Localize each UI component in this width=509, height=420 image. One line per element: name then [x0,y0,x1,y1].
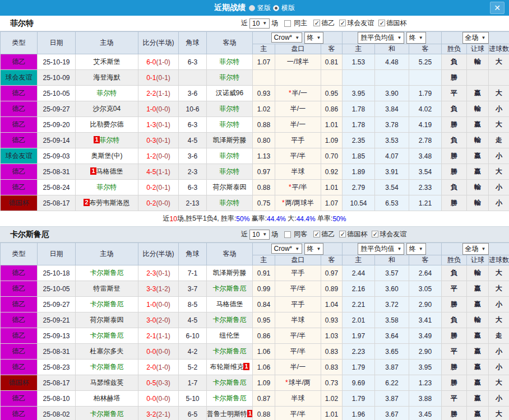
fulltime-select[interactable]: 全场▼ [462,243,489,255]
handicap-select-group: Crow*▼ 终▼ [253,32,343,44]
handicap-away-odds: 0.95 [321,86,343,101]
team-name-text: 奥斯堡(中) [91,152,123,160]
avg-draw-odds: 3.72 [375,297,409,312]
league-checkbox[interactable]: ✓ [313,231,320,237]
handicap-line: 平/半 [275,281,321,297]
handicap-away-odds: 0.97 [321,265,343,281]
same-home-checkbox[interactable] [284,20,291,27]
league-checkbox[interactable]: ✓ [372,231,378,237]
sub-wdl: 胜负 [442,44,467,54]
avg-draw-odds: 3.87 [375,360,409,375]
avg-home-odds: 2.35 [343,133,375,148]
result-wdl: 負 [442,133,467,148]
avg-draw-odds: 6.22 [375,375,409,391]
league-checkbox[interactable]: ✓ [313,20,320,26]
team-name-text: 特雷斯登 [94,284,121,292]
final-odds-select[interactable]: 终▼ [304,243,324,255]
avg-away-odds: 4.19 [409,117,442,133]
handicap-line: *平/半 [275,180,321,195]
wdl-avg-select[interactable]: 胜平负均值▼ [358,32,404,44]
live-odds-star-icon: * [289,89,291,97]
handicap-away-odds: 1.01 [321,117,343,133]
team-name-text: 菲尔特 [220,120,240,128]
result-wdl: 勝 [442,328,467,344]
result-goals: 小 [489,391,509,407]
date-cell: 25-10-05 [38,281,76,297]
handicap-select-group: Crow*▼ 终▼ [253,243,343,255]
fulltime-score: 0-3 [146,137,156,144]
corners-cell: 6-3 [179,180,207,195]
away-team-cell: 荷尔斯泰因 [207,180,253,195]
avg-home-odds: 1.53 [343,54,375,70]
home-team-cell: 马瑟维兹英 [76,375,138,391]
close-icon[interactable]: ✕ [490,2,505,14]
sub-handicap: 盘口 [275,255,321,265]
sub-avg-away: 客 [409,44,442,54]
match-count-select[interactable]: 10 ▼ [249,230,270,240]
horizontal-layout-radio[interactable] [273,5,279,11]
sub-goals: 进球数 [489,44,509,54]
handicap-line: 半/一 [275,101,321,117]
same-away-checkbox[interactable] [284,231,291,238]
corners-cell: 5-2 [179,360,207,375]
handicap-home-odds: 0.95 [253,312,275,328]
final-wdl-select[interactable]: 终▼ [406,243,426,255]
result-goals: 小 [489,195,509,211]
score-cell: 2-0(1-0) [138,360,179,375]
col-type: 类型 [1,243,38,265]
match-row: 德国杯25-08-172布劳韦斯洛恩0-2(0-0)2-13菲尔特0.75*两/… [1,195,509,211]
result-wdl: 負 [442,101,467,117]
team-name-text: 普鲁士明斯特 [207,410,247,418]
halftime-score: (0-1) [156,137,170,144]
result-goals: 大 [489,86,509,101]
avg-away-odds: 3.45 [409,407,442,420]
score-cell: 3-2(2-1) [138,407,179,420]
avg-draw-odds: 3.78 [375,117,409,133]
match-row: 德乙25-08-10柏林赫塔0-0(0-0)5-10卡尔斯鲁厄0.87半球1.0… [1,391,509,407]
halftime-score: (0-0) [156,348,170,356]
sub-avg-away: 客 [409,255,442,265]
date-cell: 25-08-31 [38,164,76,180]
avg-draw-odds: 3.90 [375,86,409,101]
avg-away-odds: 5.25 [409,54,442,70]
summary-segment: 50% [236,215,249,223]
handicap-home-odds: 0.97 [253,164,275,180]
summary-segment: 50% [332,215,346,223]
result-wdl: 勝 [442,195,467,211]
avg-away-odds: 2.78 [409,133,442,148]
final-wdl-select[interactable]: 终▼ [406,32,426,44]
team-name-text: 比勒费尔德 [90,120,124,128]
corners-cell: 6-10 [179,328,207,344]
league-checkbox[interactable]: ✓ [339,231,346,237]
handicap-line: 平/半 [275,407,321,420]
col-date: 日期 [38,32,76,54]
summary-segment: 场,胜5平1负4, 胜率: [177,214,236,223]
avg-draw-odds: 3.67 [375,407,409,420]
handicap-away-odds: 1.04 [321,297,343,312]
match-count-select[interactable]: 10 ▼ [249,18,270,29]
date-cell: 25-09-13 [38,328,76,344]
handicap-line: 半球 [275,391,321,407]
handicap-home-odds: 0.80 [253,133,275,148]
handicap-line: *球半/两 [275,375,321,391]
caret-down-icon: ▼ [262,21,267,26]
final-odds-select[interactable]: 终▼ [304,32,324,44]
caret-down-icon: ▼ [295,35,299,40]
wdl-select-group: 胜平负均值▼ 终▼ [343,243,442,255]
league-checkbox[interactable]: ✓ [339,20,346,26]
league-checkbox[interactable]: ✓ [378,20,385,26]
vertical-layout-radio[interactable] [249,5,255,11]
team-name-text: 卡尔斯鲁厄 [90,300,124,308]
bookmaker-select[interactable]: Crow*▼ [271,244,303,254]
score-cell: 2-3(0-1) [138,265,179,281]
fulltime-select[interactable]: 全场▼ [462,32,489,44]
bookmaker-select[interactable]: Crow*▼ [271,32,303,43]
avg-away-odds: 1.21 [409,195,442,211]
sub-goals: 进球数 [489,255,509,265]
wdl-avg-select[interactable]: 胜平负均值▼ [358,243,404,255]
fulltime-score: 2-3 [146,269,156,277]
handicap-line: 平/半 [275,344,321,360]
handicap-line: 一/球半 [275,54,321,70]
result-goals [489,70,509,86]
avg-home-odds: 1.78 [343,101,375,117]
